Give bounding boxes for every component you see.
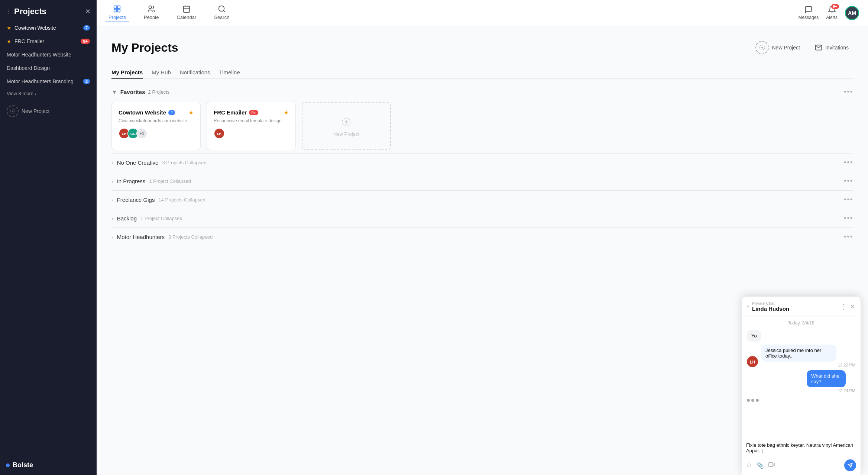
sidebar-new-project-button[interactable]: New Project — [3, 101, 94, 121]
chat-back-button[interactable]: ‹ — [747, 303, 749, 310]
section-more-no-one-creative[interactable]: ••• — [844, 159, 853, 167]
card-star-cowtown[interactable]: ★ — [188, 109, 194, 116]
badge-mh-branding: 2 — [83, 79, 90, 84]
typing-indicator — [747, 396, 855, 405]
card-avatars-cowtown: LH CG +1 — [119, 128, 194, 139]
chat-input-actions: ☺ 📎 — [746, 459, 856, 471]
section-more-motor-headhunters[interactable]: ••• — [844, 233, 853, 241]
tab-my-hub[interactable]: My Hub — [152, 66, 171, 79]
card-new-project[interactable]: New Project — [302, 102, 391, 150]
avatar-frc-user: LH — [214, 128, 225, 139]
sidebar-item-mh-website[interactable]: Motor Headhunters Website — [3, 48, 94, 61]
bolste-logo: Bolste — [13, 461, 33, 469]
favorites-more-menu[interactable]: ••• — [844, 88, 853, 96]
svg-rect-3 — [114, 6, 117, 9]
card-badge-frc: 9+ — [249, 110, 258, 115]
invitations-button[interactable]: Invitations — [810, 41, 853, 54]
tab-my-projects[interactable]: My Projects — [111, 66, 143, 79]
new-project-circle-icon — [7, 105, 19, 117]
section-in-progress: › In Progress 1 Project Collapsed ••• — [111, 172, 853, 190]
favorites-title: Favorites — [120, 89, 145, 95]
alerts-button[interactable]: 9+ Alerts — [826, 6, 838, 20]
view-more-link[interactable]: View 8 more › — [3, 88, 94, 98]
svg-point-7 — [149, 6, 152, 9]
card-badge-cowtown: 2 — [168, 110, 175, 115]
alerts-badge: 9+ — [831, 4, 839, 9]
card-star-frc[interactable]: ★ — [284, 109, 289, 116]
page-title: My Projects — [111, 41, 178, 55]
card-avatars-frc: LH — [214, 128, 289, 139]
sidebar-item-frc[interactable]: ★ FRC Emailer 9+ — [3, 35, 94, 48]
svg-rect-30 — [769, 463, 773, 467]
svg-text:CG: CG — [130, 132, 136, 136]
nav-item-search[interactable]: Search — [211, 3, 232, 22]
favorites-toggle[interactable]: ▼ — [111, 89, 117, 96]
attachment-button[interactable]: 📎 — [757, 462, 764, 469]
card-desc-cowtown: Cowtownskateboards.com website... — [119, 118, 194, 123]
card-desc-frc: Responsive email template design. — [214, 118, 289, 123]
card-title-frc: FRC Emailer — [214, 109, 247, 116]
user-avatar-button[interactable]: AM — [845, 6, 859, 20]
chevron-right-icon: › — [35, 91, 36, 96]
arrow-in-progress[interactable]: › — [111, 178, 113, 184]
sidebar-footer: Bolste — [0, 455, 97, 475]
typing-dot-2 — [751, 399, 754, 402]
chat-avatar-linda: LH — [747, 356, 758, 367]
section-more-backlog[interactable]: ••• — [844, 214, 853, 222]
new-project-header-button[interactable]: New Project — [751, 38, 804, 57]
sidebar-close-icon[interactable]: ✕ — [85, 7, 91, 16]
section-no-one-creative: › No One Creative 3 Projects Collapsed •… — [111, 153, 853, 172]
arrow-no-one-creative[interactable]: › — [111, 160, 113, 166]
chat-more-menu-button[interactable]: ⋮ — [840, 303, 847, 311]
sidebar-item-cowtown[interactable]: ★ Cowtown Website 7 — [3, 22, 94, 34]
emoji-button[interactable]: ☺ — [746, 462, 752, 469]
section-name-freelance-gigs: Freelance Gigs — [117, 197, 155, 203]
typing-dot-3 — [756, 399, 759, 402]
svg-text:LH: LH — [217, 132, 221, 136]
section-name-no-one-creative: No One Creative — [117, 159, 159, 166]
card-cowtown[interactable]: Cowtown Website 2 ★ Cowtownskateboards.c… — [111, 102, 201, 150]
svg-point-12 — [219, 6, 224, 12]
new-project-card-icon — [341, 117, 352, 128]
message-what-time: 12:24 PM — [807, 388, 855, 393]
tab-timeline[interactable]: Timeline — [219, 66, 240, 79]
section-count-backlog: 1 Project Collapsed — [140, 216, 182, 221]
chat-input-field[interactable] — [746, 441, 856, 456]
nav-item-projects[interactable]: Projects — [106, 3, 129, 22]
sidebar-nav: ★ Cowtown Website 7 ★ FRC Emailer 9+ Mot… — [0, 22, 97, 455]
new-project-circle-header — [755, 41, 769, 54]
section-count-freelance-gigs: 14 Projects Collapsed — [158, 197, 205, 203]
section-more-freelance-gigs[interactable]: ••• — [844, 196, 853, 204]
message-what: What did she say? 12:24 PM — [747, 370, 855, 393]
card-title-cowtown: Cowtown Website — [119, 109, 166, 116]
topnav-left: Projects People Calendar — [106, 3, 232, 22]
messages-button[interactable]: Messages — [799, 6, 819, 20]
nav-item-calendar[interactable]: Calendar — [174, 3, 199, 22]
message-jessica-time: 12:22 PM — [761, 363, 855, 367]
tabs: My Projects My Hub Notifications Timelin… — [111, 66, 853, 79]
topnav-right: Messages 9+ Alerts AM — [799, 6, 859, 20]
sidebar-item-dashboard[interactable]: Dashboard Design — [3, 62, 94, 74]
bolste-dot — [6, 463, 10, 467]
chat-panel: ‹ Private Chat Linda Hudson ⋮ ✕ Today, 3… — [742, 297, 861, 475]
tab-notifications[interactable]: Notifications — [180, 66, 210, 79]
message-yo: Yo — [747, 330, 855, 342]
nav-item-people[interactable]: People — [141, 3, 162, 22]
chat-body: Today, 3/4/18 Yo LH Jessica pulled me in… — [742, 316, 861, 437]
chat-close-button[interactable]: ✕ — [850, 303, 855, 311]
section-more-in-progress[interactable]: ••• — [844, 177, 853, 185]
new-project-card-label: New Project — [333, 131, 359, 137]
card-frc[interactable]: FRC Emailer 9+ ★ Responsive email templa… — [207, 102, 296, 150]
video-button[interactable] — [768, 461, 775, 469]
arrow-motor-headhunters[interactable]: › — [111, 234, 113, 240]
arrow-freelance-gigs[interactable]: › — [111, 197, 113, 203]
svg-rect-8 — [184, 6, 190, 12]
typing-dot-1 — [747, 399, 750, 402]
arrow-backlog[interactable]: › — [111, 216, 113, 222]
send-button[interactable] — [844, 459, 856, 471]
svg-marker-29 — [773, 463, 775, 466]
sidebar-item-mh-branding[interactable]: Motor Headhunters Branding 2 — [3, 75, 94, 88]
favorites-count: 2 Projects — [148, 89, 170, 95]
svg-rect-5 — [114, 9, 117, 12]
section-backlog: › Backlog 1 Project Collapsed ••• — [111, 209, 853, 227]
